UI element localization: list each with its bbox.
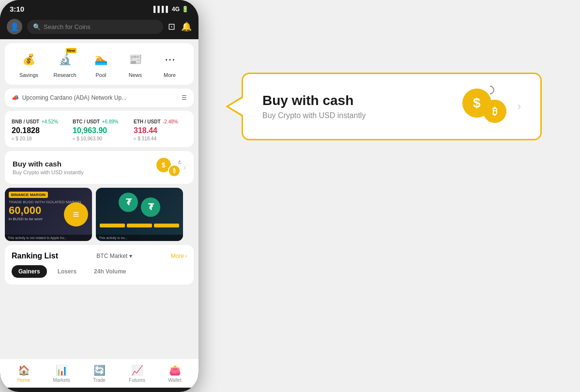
status-bar: 3:10 ▌▌▌▌ 4G 🔋 [0,0,198,16]
callout-section: Buy with cash Buy Crypto with USD instan… [203,73,580,140]
avatar[interactable]: 👤 [7,19,22,34]
search-bar[interactable]: 🔍 Search for Coins [27,20,163,34]
price-ticker: BNB / USDT +4.52% 20.1828 ≈ $ 20.18 BTC … [5,111,194,147]
status-icons: ▌▌▌▌ 4G 🔋 [153,6,189,13]
callout-title: Buy with cash [262,93,366,108]
promo-banner-right[interactable]: ₮ ₮ This activity is no... [96,188,183,241]
buy-cash-subtitle: Buy Crypto with USD instantly [13,169,84,175]
ranking-more[interactable]: More › [171,253,187,259]
coin-icons: $ ↻ ₿ [156,158,181,177]
btc-usd: ≈ $ 10,963.90 [73,136,126,141]
more-label: More [171,253,184,259]
trade-icon: 🔄 [93,364,106,376]
qa-pool[interactable]: 🏊 Pool [92,50,111,78]
btc-coin: ₿ [168,165,181,177]
search-placeholder: Search for Coins [44,23,91,30]
quick-actions-card: 💰 Savings 🔬 New Research 🏊 Pool 📰 Ne [5,43,194,85]
search-icon: 🔍 [33,23,41,30]
promo-notice-right: This activity is no... [96,235,183,241]
signal-icon: ▌▌▌▌ [153,6,170,13]
callout-chevron-icon: › [518,100,521,113]
bnb-change: +4.52% [42,119,58,124]
ticker-btc[interactable]: BTC / USDT +6.89% 10,963.90 ≈ $ 10,963.9… [73,117,126,141]
pool-label: Pool [96,72,107,78]
nav-home[interactable]: 🏠 Home [5,364,43,383]
eth-price: 318.44 [134,126,187,135]
savings-icon: 💰 [19,50,38,69]
ranking-market[interactable]: BTC Market ▾ [96,253,132,259]
nav-wallet[interactable]: 👛 Wallet [156,364,194,383]
battery-icon: 🔋 [182,6,189,13]
network-label: 4G [172,6,180,13]
ticker-eth[interactable]: ETH / USDT -2.48% 318.44 ≈ $ 318.44 [134,117,187,141]
buy-cash-text: Buy with cash Buy Crypto with USD instan… [13,160,84,175]
callout-container[interactable]: Buy with cash Buy Crypto with USD instan… [242,73,542,140]
nav-trade[interactable]: 🔄 Trade [80,364,118,383]
tab-losers[interactable]: Losers [51,265,83,278]
news-label: News [129,72,142,78]
promo-notice-left: This activity is not related to Apple In… [5,235,92,241]
wallet-icon: 👛 [169,364,181,376]
announcement-text: 📣 Upcoming Cardano (ADA) Network Up... [12,94,126,101]
bnb-price: 20.1828 [12,126,65,135]
news-icon: 📰 [126,50,145,69]
header-icons: ⊡ 🔔 [168,21,192,32]
savings-label: Savings [19,72,38,78]
ranking-tabs: Gainers Losers 24h Volume [12,265,187,278]
btc-pair: BTC / USDT [73,119,100,124]
more-label: More [164,72,176,78]
btc-change: +6.89% [102,119,119,124]
trade-label: Trade [93,377,106,383]
research-label: Research [53,72,76,78]
bnb-usd: ≈ $ 20.18 [12,136,65,141]
promo-coin-big: ≡ [64,202,88,226]
qa-savings[interactable]: 💰 Savings [19,50,38,78]
chevron-right-icon: › [183,163,186,172]
header: 👤 🔍 Search for Coins ⊡ 🔔 [0,16,198,39]
menu-icon: ☰ [182,94,187,101]
tab-gainers[interactable]: Gainers [12,265,47,278]
avatar-icon: 👤 [10,22,19,31]
callout-dollar-coin: $ [462,89,491,118]
dropdown-icon: ▾ [129,253,132,259]
pool-icon: 🏊 [92,50,111,69]
status-time: 3:10 [10,5,24,13]
more-icon: ⋯ [160,50,180,69]
promo-banner-left[interactable]: BINANCE MARGIN TRADE BUSD WITH ISOLATED … [5,188,92,241]
announcement-bar[interactable]: 📣 Upcoming Cardano (ADA) Network Up... ☰ [5,89,194,107]
bottom-nav: 🏠 Home 📊 Markets 🔄 Trade 📈 Futures 👛 Wal… [0,359,198,388]
buy-cash-card[interactable]: Buy with cash Buy Crypto with USD instan… [5,151,194,184]
btc-price: 10,963.90 [73,126,126,135]
qa-more[interactable]: ⋯ More [160,50,180,78]
callout-text: Buy with cash Buy Crypto with USD instan… [262,93,366,120]
new-badge: New [66,48,76,53]
callout-subtitle: Buy Crypto with USD instantly [262,111,366,120]
refresh-arc [484,84,496,96]
futures-label: Futures [129,377,145,383]
ranking-title: Ranking List [12,252,58,260]
buy-cash-right: $ ↻ ₿ › [156,158,186,177]
callout-icons: $ ₿ › [462,89,521,124]
ranking-header: Ranking List BTC Market ▾ More › [12,252,187,260]
eth-pair: ETH / USDT [134,119,161,124]
markets-icon: 📊 [56,364,68,376]
nav-markets[interactable]: 📊 Markets [43,364,80,383]
callout-arrow-inner [229,97,244,116]
qa-research[interactable]: 🔬 New Research [53,50,76,78]
buy-cash-title: Buy with cash [13,160,84,168]
ticker-bnb[interactable]: BNB / USDT +4.52% 20.1828 ≈ $ 20.18 [12,117,65,141]
home-label: Home [17,377,31,383]
ranking-card: Ranking List BTC Market ▾ More › Gainers… [5,245,194,285]
bell-icon[interactable]: 🔔 [181,21,192,32]
tab-24h-volume[interactable]: 24h Volume [87,265,133,278]
scan-icon[interactable]: ⊡ [168,21,175,32]
markets-label: Markets [53,377,70,383]
promo-banners: BINANCE MARGIN TRADE BUSD WITH ISOLATED … [5,188,194,241]
megaphone-icon: 📣 [12,94,19,101]
research-icon: 🔬 New [55,50,75,69]
more-chevron-icon: › [185,253,187,259]
wallet-label: Wallet [168,377,181,383]
nav-futures[interactable]: 📈 Futures [118,364,156,383]
qa-news[interactable]: 📰 News [126,50,145,78]
phone-shell: 3:10 ▌▌▌▌ 4G 🔋 👤 🔍 Search for Coins ⊡ 🔔 … [0,0,198,392]
